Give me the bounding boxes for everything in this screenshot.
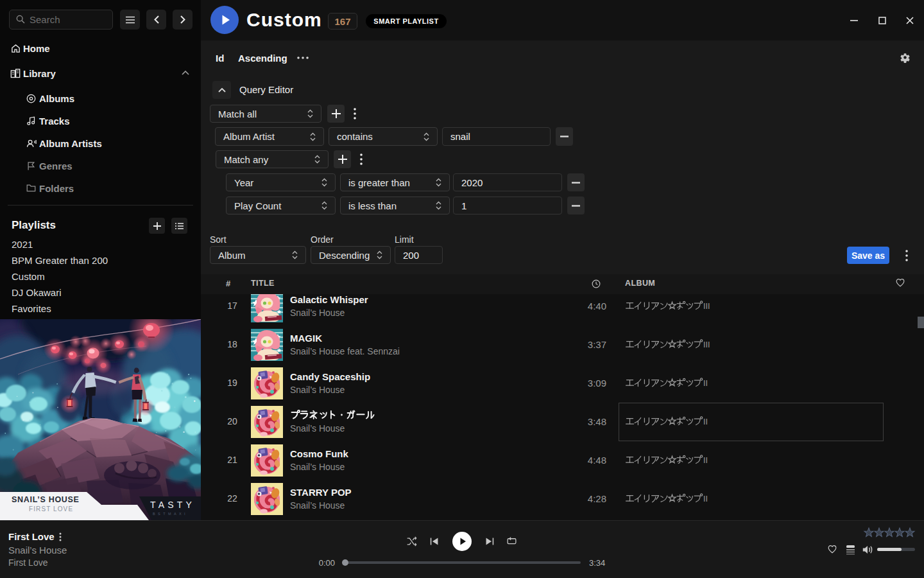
svg-text:II: II — [703, 379, 708, 388]
svg-text:FIRST LOVE: FIRST LOVE — [29, 505, 73, 512]
svg-text:II: II — [703, 456, 708, 465]
svg-text:II: II — [703, 495, 708, 504]
svg-text:BSTMAXI: BSTMAXI — [153, 512, 188, 516]
svg-text:III: III — [703, 302, 710, 311]
svg-text:III: III — [703, 340, 710, 349]
svg-text:SNAIL’S HOUSE: SNAIL’S HOUSE — [12, 495, 80, 504]
svg-text:TASTY: TASTY — [150, 500, 195, 510]
